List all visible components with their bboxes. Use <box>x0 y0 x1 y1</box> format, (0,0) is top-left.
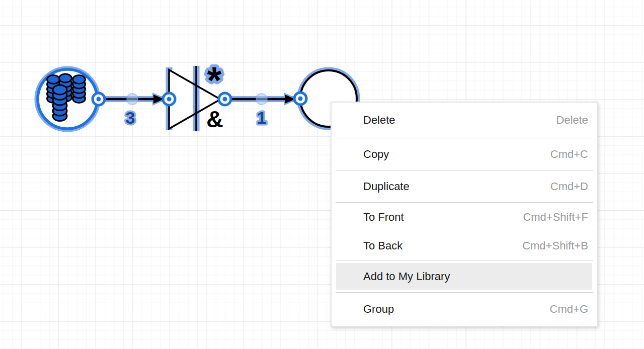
menu-item-label: Add to My Library <box>363 270 450 283</box>
menu-item-label: Duplicate <box>363 180 410 193</box>
menu-item-group[interactable]: Group Cmd+G <box>332 293 597 326</box>
menu-item-copy[interactable]: Copy Cmd+C <box>332 138 597 170</box>
menu-item-label: Delete <box>363 114 395 127</box>
menu-item-duplicate[interactable]: Duplicate Cmd+D <box>332 170 597 202</box>
menu-item-shortcut: Delete <box>556 114 588 127</box>
menu-item-delete[interactable]: Delete Delete <box>332 103 597 138</box>
menu-item-shortcut: Cmd+Shift+B <box>522 239 588 252</box>
waypoint-handle[interactable] <box>127 94 138 105</box>
menu-item-add-to-my-library[interactable]: Add to My Library <box>336 260 592 292</box>
menu-item-shortcut: Cmd+Shift+F <box>523 211 588 224</box>
menu-item-label: To Front <box>363 211 404 224</box>
menu-item-shortcut: Cmd+D <box>550 180 588 193</box>
connection-point[interactable] <box>294 93 306 105</box>
menu-item-shortcut: Cmd+C <box>550 148 588 161</box>
transition-node[interactable]: * & <box>169 59 223 132</box>
context-menu: Delete Delete Copy Cmd+C Duplicate Cmd+D… <box>331 102 598 327</box>
connection-point[interactable] <box>163 93 175 105</box>
connection-point[interactable] <box>93 93 105 105</box>
canvas[interactable]: 3 * & 1 <box>0 0 644 349</box>
edge-weight-label[interactable]: 1 <box>257 108 267 127</box>
waypoint-handle[interactable] <box>256 94 267 105</box>
edge-source-to-transition[interactable]: 3 <box>99 93 168 127</box>
menu-item-to-front[interactable]: To Front Cmd+Shift+F <box>332 203 597 231</box>
edge-weight-label[interactable]: 3 <box>126 108 135 127</box>
transition-label-bottom: & <box>206 106 223 132</box>
menu-item-label: Copy <box>363 148 389 161</box>
menu-item-shortcut: Cmd+G <box>550 303 588 316</box>
menu-item-label: To Back <box>363 239 403 252</box>
menu-item-label: Group <box>363 303 394 316</box>
edge-transition-to-target[interactable]: 1 <box>225 93 299 127</box>
menu-item-to-back[interactable]: To Back Cmd+Shift+B <box>332 231 597 260</box>
connection-point[interactable] <box>219 93 231 105</box>
place-source-node[interactable] <box>38 69 97 129</box>
